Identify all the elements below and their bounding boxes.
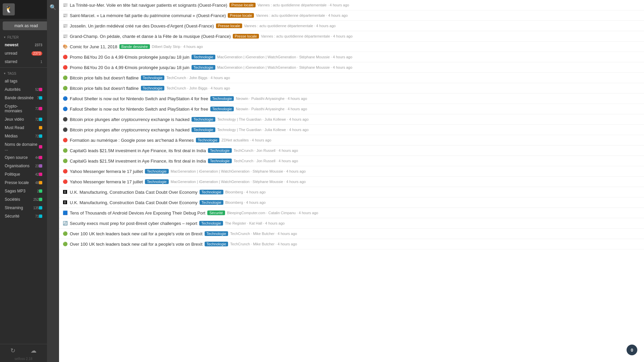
mark-as-read-button[interactable]: mark as read xyxy=(3,21,47,30)
article-row[interactable]: ⚫ Bitcoin price plunges after cryptocurr… xyxy=(59,114,644,125)
article-tag: Technologie xyxy=(192,117,215,122)
article-tag: Technologie xyxy=(141,86,165,90)
sidebar-item-organisations[interactable]: Organisations23 xyxy=(1,162,46,170)
article-meta: Bloomberg · 4 hours ago xyxy=(225,190,266,194)
article-row[interactable]: 🔴 Promo B&You 20 Go à 4,99 €/mois prolon… xyxy=(59,62,644,73)
sidebar-item-starred[interactable]: starred1 xyxy=(1,58,46,66)
article-title: Grand-Champ. On pédale, chante et danse … xyxy=(70,34,231,39)
tags-section-label: ▼ TAGS xyxy=(0,69,47,77)
article-title: Bitcoin price falls but doesn't flatline xyxy=(70,75,139,80)
article-title: Promo B&You 20 Go à 4,99 €/mois prolongé… xyxy=(70,65,190,70)
article-title: Bitcoin price falls but doesn't flatline xyxy=(70,86,139,91)
article-row[interactable]: 🔴 Yahoo Messenger fermera le 17 juillet … xyxy=(59,177,644,187)
article-row[interactable]: 🔴 Yahoo Messenger fermera le 17 juillet … xyxy=(59,166,644,177)
sidebar-bottom: ↻ ☁ xyxy=(0,344,47,357)
article-row[interactable]: 🟢 CapitalG leads $21.5M investment in Ay… xyxy=(59,156,644,166)
article-title: Yahoo Messenger fermera le 17 juillet xyxy=(70,169,143,174)
article-tag: Technologie xyxy=(145,179,169,184)
article-meta: BleepingComputer.com · Catalin Cimpanu ·… xyxy=(227,211,318,215)
article-row[interactable]: 📰 Josselin. Un jardin médiéval créé rue … xyxy=(59,21,644,31)
article-tag: Sécurité xyxy=(207,210,225,215)
article-favicon: 🔴 xyxy=(62,137,68,143)
article-favicon: 🟢 xyxy=(62,231,68,236)
sidebar-item-noms-de-domaine[interactable]: Noms de domaine ... xyxy=(1,140,46,153)
article-row[interactable]: 🟢 CapitalG leads $21.5M investment in Ay… xyxy=(59,145,644,156)
article-favicon: 📰 xyxy=(62,34,68,39)
article-favicon: 📰 xyxy=(62,23,68,28)
article-row[interactable]: 🔴 Promo B&You 20 Go à 4,99 €/mois prolon… xyxy=(59,52,644,62)
sidebar-item-securite[interactable]: Sécurité71 xyxy=(1,212,46,220)
article-row[interactable]: 🎨 Comic for June 11, 2018 Bande dessinée… xyxy=(59,42,644,52)
article-title: Bitcoin price plunges after cryptocurren… xyxy=(70,117,190,122)
sidebar: 🐧 mark as read ▼ FILTER newest2373unread… xyxy=(0,0,47,362)
article-meta: The Register · Kat Hall · 4 hours ago xyxy=(225,221,285,225)
sidebar-item-presse-locale[interactable]: Presse locale48 xyxy=(1,179,46,187)
sidebar-item-must-read[interactable]: Must Read xyxy=(1,124,46,132)
search-button[interactable]: 🔍 xyxy=(48,3,58,12)
article-row[interactable]: 🟢 Over 100 UK tech leaders back new call… xyxy=(59,229,644,239)
article-row[interactable]: 📰 Saint-Marcel. « La mémoire fait partie… xyxy=(59,10,644,21)
sidebar-item-sagas-mp3[interactable]: Sagas MP32 xyxy=(1,187,46,195)
article-meta: MacGeneration | iGeneration | WatchGener… xyxy=(171,169,306,173)
article-favicon: 🟦 xyxy=(62,210,68,216)
sidebar-item-bande-dessinee[interactable]: Bande dessinée7 xyxy=(1,94,46,102)
article-list: 📰 La Trinité-sur-Mer. Voile en tête fait… xyxy=(59,0,644,362)
article-meta: MacGeneration | iGeneration | WatchGener… xyxy=(217,65,353,69)
sidebar-item-open-source[interactable]: Open source44 xyxy=(1,154,46,162)
article-tag: Presse locale xyxy=(216,23,242,28)
sidebar-item-jeux-video[interactable]: Jeux vidéo72 xyxy=(1,115,46,123)
article-title: CapitalG leads $21.5M investment in Aye … xyxy=(70,159,206,164)
article-favicon: 📰 xyxy=(62,2,68,8)
article-row[interactable]: 🟢 Bitcoin price falls but doesn't flatli… xyxy=(59,73,644,83)
sidebar-avatar: 🐧 xyxy=(3,3,15,15)
sidebar-item-autorites[interactable]: Autorités52 xyxy=(1,85,46,94)
article-tag: Technologie xyxy=(199,221,223,226)
article-favicon: 📰 xyxy=(62,13,68,18)
article-favicon: ⚫ xyxy=(62,127,68,132)
tags-items: all tagsAutorités52Bande dessinée7Crypto… xyxy=(0,77,47,221)
article-favicon: 🔵 xyxy=(62,96,68,101)
article-favicon: 🔴 xyxy=(62,54,68,60)
article-tag: Technologie xyxy=(210,107,234,111)
sidebar-item-medias[interactable]: Médias72 xyxy=(1,132,46,140)
article-meta: Vannes : actu quotidienne départementale… xyxy=(244,24,336,28)
sidebar-item-all-tags[interactable]: all tags xyxy=(1,77,46,85)
article-meta: TechCrunch · John Biggs · 4 hours ago xyxy=(166,76,230,80)
article-row[interactable]: 🟢 Over 100 UK tech leaders back new call… xyxy=(59,239,644,249)
filter-arrow: ▼ xyxy=(3,36,6,39)
article-row[interactable]: 📰 La Trinité-sur-Mer. Voile en tête fait… xyxy=(59,0,644,10)
article-meta: TechCrunch · Mike Butcher · 4 hours ago xyxy=(230,232,297,236)
sidebar-item-crypto[interactable]: Crypto-monnaies73 xyxy=(1,102,46,115)
article-row[interactable]: 🟦 Tens of Thousands of Android Devices A… xyxy=(59,208,644,218)
article-row[interactable]: 🔵 Fallout Shelter is now out for Nintend… xyxy=(59,104,644,114)
article-tag: Technologie xyxy=(208,159,232,163)
refresh-button[interactable]: ↻ xyxy=(10,347,15,354)
article-row[interactable]: 🔵 Fallout Shelter is now out for Nintend… xyxy=(59,94,644,104)
sidebar-item-unread[interactable]: unread2373 xyxy=(1,49,46,57)
cloud-button[interactable]: ☁ xyxy=(31,347,37,354)
article-meta: Bloomberg · 4 hours ago xyxy=(225,200,266,204)
sidebar-item-politique[interactable]: Politique42 xyxy=(1,170,46,178)
article-meta: TechCrunch · John Biggs · 4 hours ago xyxy=(166,86,230,90)
article-row[interactable]: 🟢 Bitcoin price falls but doesn't flatli… xyxy=(59,83,644,94)
article-row[interactable]: 🅱 U.K. Manufacturing, Construction Data … xyxy=(59,187,644,197)
article-row[interactable]: 🔄 Security execs must prep for post-Brex… xyxy=(59,218,644,229)
article-meta: TechCrunch · Jon Russell · 4 hours ago xyxy=(234,159,298,163)
article-title: Over 100 UK tech leaders back new call f… xyxy=(70,231,203,236)
article-tag: Technologie xyxy=(208,148,232,153)
article-row[interactable]: 🅱 U.K. Manufacturing, Construction Data … xyxy=(59,197,644,208)
article-tag: Technologie xyxy=(141,75,165,80)
sidebar-version: selfoss 2.18 xyxy=(0,357,47,362)
article-meta: Vannes : actu quotidienne départementale… xyxy=(256,13,347,17)
article-favicon: 🟢 xyxy=(62,75,68,80)
article-row[interactable]: 🔴 Formation au numérique : Google pose s… xyxy=(59,135,644,145)
sidebar-item-societes[interactable]: Sociétés252 xyxy=(1,195,46,203)
article-row[interactable]: 📰 Grand-Champ. On pédale, chante et dans… xyxy=(59,31,644,42)
sidebar-item-newest[interactable]: newest2373 xyxy=(1,41,46,49)
article-tag: Presse locale xyxy=(233,34,259,39)
article-meta: ZDNet actualites · 4 hours ago xyxy=(221,138,271,142)
article-row[interactable]: ⚫ Bitcoin price plunges after cryptocurr… xyxy=(59,125,644,135)
sidebar-item-streaming[interactable]: Streaming135 xyxy=(1,204,46,212)
article-favicon: 🔴 xyxy=(62,179,68,184)
article-meta: Technology | The Guardian · Julia Kollew… xyxy=(217,128,309,132)
